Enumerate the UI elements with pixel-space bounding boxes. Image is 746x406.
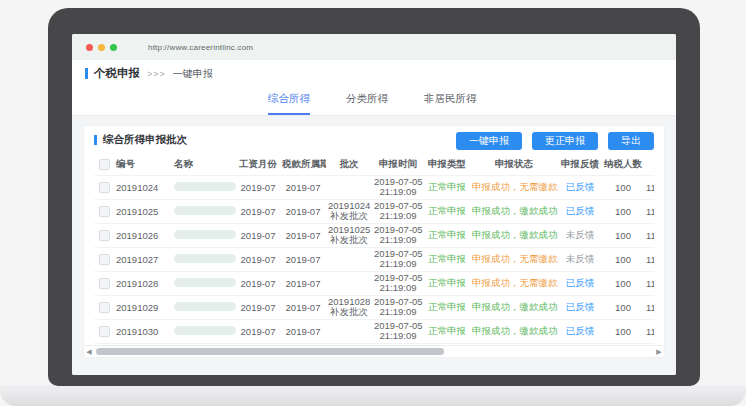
cell-feedback: 未反馈 — [558, 223, 602, 247]
scrollbar-thumb[interactable] — [96, 348, 444, 355]
cell-feedback[interactable]: 已反馈 — [558, 199, 602, 223]
cell-salary-month: 2019-07 — [236, 247, 280, 271]
tab-1[interactable]: 分类所得 — [346, 87, 388, 115]
row-checkbox[interactable] — [99, 302, 110, 313]
cell-batch — [326, 271, 372, 295]
scroll-right-arrow-icon[interactable]: ▶ — [654, 346, 664, 358]
cell-feedback[interactable]: 已反馈 — [558, 271, 602, 295]
cell-salary-month: 2019-07 — [236, 199, 280, 223]
window-close-icon[interactable] — [86, 44, 93, 51]
cell-batch — [326, 175, 372, 199]
tab-0[interactable]: 综合所得 — [268, 87, 310, 115]
row-checkbox[interactable] — [99, 230, 110, 241]
cell-status: 申报成功，无需缴款 — [470, 247, 558, 271]
scroll-left-arrow-icon[interactable]: ◀ — [84, 346, 94, 358]
laptop-frame: http://www.careerintlinc.com 个税申报 >>> 一键… — [48, 8, 700, 386]
cell-taxpayers: 100 — [602, 247, 644, 271]
column-header-4: 批次 — [326, 154, 372, 175]
cell-id: 20191024 — [114, 175, 172, 199]
cell-clipped: 11 — [644, 247, 654, 271]
row-checkbox[interactable] — [99, 206, 110, 217]
select-all-checkbox[interactable] — [99, 159, 110, 170]
column-header-0: 编号 — [114, 154, 172, 175]
row-checkbox[interactable] — [99, 254, 110, 265]
screen: http://www.careerintlinc.com 个税申报 >>> 一键… — [72, 34, 676, 375]
tab-2[interactable]: 非居民所得 — [424, 87, 477, 115]
panel-button-2[interactable]: 导出 — [608, 132, 654, 150]
cell-type: 正常申报 — [424, 223, 470, 247]
breadcrumb-current: 一键申报 — [173, 67, 213, 81]
table-header-row: 编号名称工资月份税款所属期批次申报时间申报类型申报状态申报反馈纳税人数 — [94, 154, 654, 175]
address-bar[interactable]: http://www.careerintlinc.com — [148, 43, 253, 52]
cell-status: 申报成功，缴款成功 — [470, 295, 558, 319]
cell-batch — [326, 247, 372, 271]
window-maximize-icon[interactable] — [110, 44, 117, 51]
cell-id: 20191026 — [114, 223, 172, 247]
cell — [172, 175, 236, 199]
column-header-9: 纳税人数 — [602, 154, 644, 175]
cell-tax-period: 2019-07 — [280, 271, 326, 295]
cell-status: 申报成功，缴款成功 — [470, 199, 558, 223]
cell — [172, 247, 236, 271]
batch-panel: 综合所得申报批次 一键申报更正申报导出 编号名称工资月份税款所属期批次申报时间申… — [84, 126, 664, 357]
column-header-7: 申报状态 — [470, 154, 558, 175]
cell-feedback: 未反馈 — [558, 247, 602, 271]
panel-button-1[interactable]: 更正申报 — [532, 132, 598, 150]
column-header-2: 工资月份 — [236, 154, 280, 175]
cell-tax-period: 2019-07 — [280, 295, 326, 319]
cell-clipped: 11 — [644, 199, 654, 223]
cell-tax-period: 2019-07 — [280, 223, 326, 247]
cell-salary-month: 2019-07 — [236, 295, 280, 319]
column-header-5: 申报时间 — [372, 154, 424, 175]
cell-type: 正常申报 — [424, 247, 470, 271]
cell — [172, 319, 236, 343]
cell-type: 正常申报 — [424, 271, 470, 295]
breadcrumb-separator: >>> — [147, 69, 166, 79]
cell-batch: 20191028补发批次 — [326, 295, 372, 319]
window-minimize-icon[interactable] — [98, 44, 105, 51]
cell-status: 申报成功，缴款成功 — [470, 319, 558, 343]
cell — [172, 223, 236, 247]
cell-feedback[interactable]: 已反馈 — [558, 175, 602, 199]
table-row: 201910272019-072019-072019-07-0521:19:09… — [94, 247, 654, 271]
cell-time: 2019-07-0521:19:09 — [372, 295, 424, 319]
table-row: 201910302019-072019-072019-07-0521:19:09… — [94, 319, 654, 343]
column-header-3: 税款所属期 — [280, 154, 326, 175]
title-accent-bar-icon — [85, 68, 88, 79]
cell-feedback[interactable]: 已反馈 — [558, 295, 602, 319]
redacted-name — [174, 182, 236, 191]
cell-id: 20191027 — [114, 247, 172, 271]
cell-feedback[interactable]: 已反馈 — [558, 319, 602, 343]
cell-taxpayers: 100 — [602, 295, 644, 319]
panel-header: 综合所得申报批次 一键申报更正申报导出 — [84, 126, 664, 154]
cell — [94, 319, 114, 343]
horizontal-scrollbar: ◀ ▶ — [84, 345, 664, 357]
cell-time: 2019-07-0521:19:09 — [372, 175, 424, 199]
cell-tax-period: 2019-07 — [280, 247, 326, 271]
cell-time: 2019-07-0521:19:09 — [372, 271, 424, 295]
cell-tax-period: 2019-07 — [280, 199, 326, 223]
row-checkbox[interactable] — [99, 182, 110, 193]
cell-id: 20191029 — [114, 295, 172, 319]
cell — [94, 199, 114, 223]
panel-button-0[interactable]: 一键申报 — [456, 132, 522, 150]
cell-batch — [326, 319, 372, 343]
table-row: 201910242019-072019-072019-07-0521:19:09… — [94, 175, 654, 199]
cell — [172, 199, 236, 223]
cell-time: 2019-07-0521:19:09 — [372, 319, 424, 343]
row-checkbox[interactable] — [99, 326, 110, 337]
column-header-6: 申报类型 — [424, 154, 470, 175]
redacted-name — [174, 254, 236, 263]
table-row: 201910282019-072019-072019-07-0521:19:09… — [94, 271, 654, 295]
cell-id: 20191030 — [114, 319, 172, 343]
cell-status: 申报成功，缴款成功 — [470, 223, 558, 247]
breadcrumb: 个税申报 >>> 一键申报 — [72, 60, 676, 87]
column-header-1: 名称 — [172, 154, 236, 175]
cell-salary-month: 2019-07 — [236, 175, 280, 199]
cell-clipped: 11 — [644, 319, 654, 343]
row-checkbox[interactable] — [99, 278, 110, 289]
cell-type: 正常申报 — [424, 175, 470, 199]
cell-salary-month: 2019-07 — [236, 223, 280, 247]
page-background: http://www.careerintlinc.com 个税申报 >>> 一键… — [0, 0, 746, 406]
column-header-8: 申报反馈 — [558, 154, 602, 175]
